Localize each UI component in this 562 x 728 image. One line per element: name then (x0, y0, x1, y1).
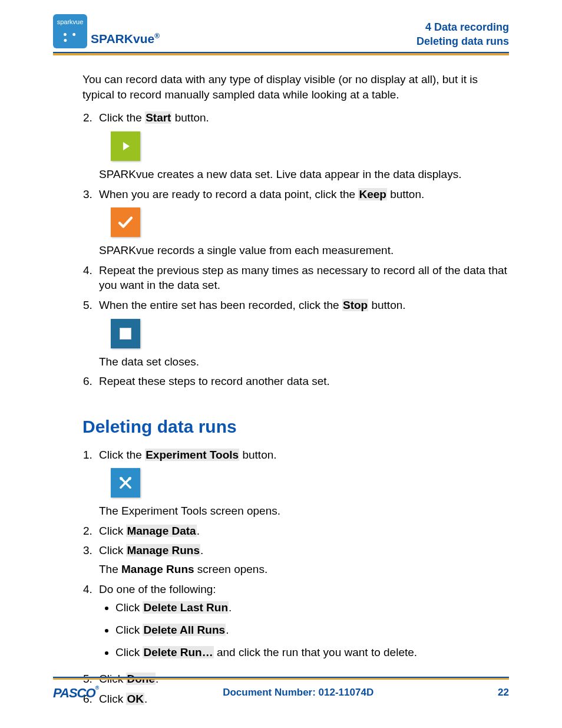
keep-keyword: Keep (358, 188, 386, 200)
stop-icon (120, 328, 131, 340)
list-item: Repeat these steps to record another dat… (95, 374, 509, 394)
section-heading: Deleting data runs (82, 415, 509, 439)
list-item: Click Delete Last Run. (115, 600, 509, 615)
svg-point-1 (128, 477, 131, 480)
intro-paragraph: You can record data with any type of dis… (82, 72, 509, 102)
list-item: Click the Experiment Tools button. The E… (95, 447, 509, 523)
delete-run-keyword: Delete Run… (143, 646, 213, 658)
list-item: Click Delete Run… and click the run that… (115, 645, 509, 660)
list-item: Click the Start button. SPARKvue creates… (95, 110, 509, 186)
manage-data-keyword: Manage Data (126, 525, 196, 537)
list-item: Click Delete All Runs. (115, 622, 509, 638)
list-item: When you are ready to record a data poin… (95, 187, 509, 263)
logo-text: sparkvue (53, 18, 87, 27)
stop-keyword: Stop (342, 299, 368, 311)
experiment-tools-keyword: Experiment Tools (145, 449, 239, 461)
sparkvue-logo-icon: sparkvue • •• (53, 14, 87, 48)
check-icon (117, 213, 134, 231)
pasco-logo: PASCO® (53, 684, 98, 702)
tools-icon (117, 475, 134, 491)
header-breadcrumb: 4 Data recording Deleting data runs (416, 21, 509, 48)
delete-last-run-keyword: Delete Last Run (143, 601, 229, 614)
list-item: Do one of the following: Click Delete La… (95, 582, 509, 672)
step-note: SPARKvue records a single value from eac… (99, 243, 509, 258)
page-number: 22 (498, 686, 509, 700)
manage-runs-keyword: Manage Runs (126, 544, 200, 556)
list-item: Repeat the previous step as many times a… (95, 263, 509, 298)
product-title: SPARKvue® (91, 31, 160, 48)
svg-point-0 (120, 477, 123, 480)
start-keyword: Start (145, 111, 171, 124)
section-label: Deleting data runs (416, 35, 509, 48)
footer-rule (53, 677, 509, 680)
chapter-label: 4 Data recording (416, 21, 509, 34)
page-footer: PASCO® Document Number: 012-11074D 22 (0, 677, 562, 702)
deleting-steps-list: Click the Experiment Tools button. The E… (82, 447, 509, 711)
stop-button-icon (111, 319, 140, 348)
play-icon (123, 142, 130, 150)
recording-steps-list: Click the Start button. SPARKvue creates… (82, 110, 509, 394)
list-item: Click Manage Runs. The Manage Runs scree… (95, 543, 509, 581)
delete-all-runs-keyword: Delete All Runs (143, 624, 226, 636)
experiment-tools-button-icon (111, 468, 140, 498)
step-note: The Manage Runs screen opens. (99, 562, 509, 577)
list-item: Click Manage Data. (95, 523, 509, 543)
step-note: The data set closes. (99, 354, 509, 370)
list-item: When the entire set has been recorded, c… (95, 298, 509, 374)
step-note: The Experiment Tools screen opens. (99, 503, 509, 519)
sub-options-list: Click Delete Last Run. Click Delete All … (99, 600, 509, 660)
page-header: sparkvue • •• SPARKvue® 4 Data recording… (53, 14, 509, 48)
keep-button-icon (111, 207, 140, 237)
start-button-icon (111, 131, 140, 161)
document-number: Document Number: 012-11074D (223, 686, 373, 700)
step-note: SPARKvue creates a new data set. Live da… (99, 167, 509, 182)
